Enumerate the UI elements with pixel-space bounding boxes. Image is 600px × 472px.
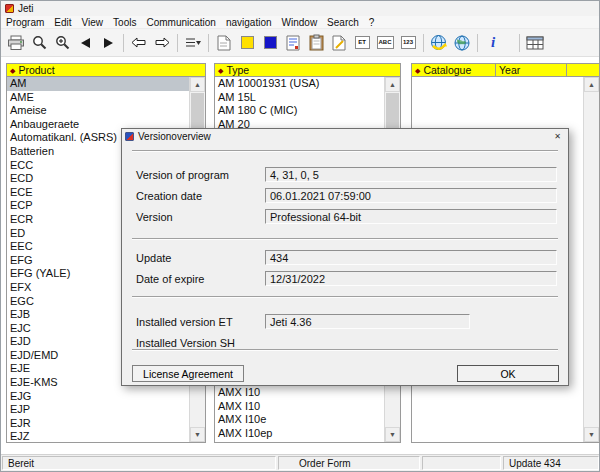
toolbar: ET ABC 123 i — [1, 29, 599, 57]
titlebar: Jeti — [1, 1, 599, 16]
parts-table-icon[interactable] — [524, 32, 546, 54]
list-item[interactable]: AMX I10 — [215, 386, 384, 400]
yellow-square-icon[interactable] — [236, 32, 258, 54]
menu-item-communication[interactable]: Communication — [141, 16, 220, 28]
field-row: Installed Version SH — [136, 335, 555, 350]
scroll-up-icon[interactable]: ▲ — [385, 77, 400, 92]
catalogue-header-label: Catalogue — [423, 64, 471, 76]
field-label: Installed version ET — [136, 316, 233, 328]
installed-version-sh-value — [265, 335, 557, 350]
list-item[interactable]: EJZ — [7, 430, 189, 442]
group-separator — [132, 150, 558, 152]
list-item[interactable]: Ameise — [7, 104, 189, 118]
list-dropdown-icon[interactable] — [182, 32, 204, 54]
field-row: Creation date 06.01.2021 07:59:00 — [136, 188, 555, 203]
column-header-year[interactable]: Year — [496, 64, 567, 76]
field-label: Creation date — [136, 190, 202, 202]
column-header-type[interactable]: ◆ Type — [215, 64, 400, 77]
abc-search-icon[interactable]: ABC — [374, 32, 396, 54]
list-item[interactable]: EJG — [7, 390, 189, 404]
last-page-icon[interactable] — [151, 32, 173, 54]
field-label: Version — [136, 211, 173, 223]
info-icon[interactable]: i — [482, 32, 504, 54]
version-overview-dialog: Versionoverview ✕ Version of program 4, … — [121, 128, 569, 386]
scroll-up-icon[interactable]: ▲ — [190, 77, 205, 92]
menu-item-window[interactable]: Window — [277, 16, 323, 28]
clipboard-icon[interactable] — [305, 32, 327, 54]
sort-diamond-icon: ◆ — [415, 67, 420, 74]
toolbar-separator — [177, 34, 178, 52]
scroll-down-icon[interactable]: ▼ — [584, 427, 599, 442]
sort-diamond-icon: ◆ — [10, 67, 15, 74]
catalogue-header-row: ◆ Catalogue Year — [412, 64, 599, 77]
zoom-in-icon[interactable] — [51, 32, 73, 54]
menu-item-tools[interactable]: Tools — [108, 16, 141, 28]
list-item[interactable]: AMX I10e — [215, 413, 384, 427]
menubar: Program Edit View Tools Communication na… — [1, 16, 599, 29]
list-item[interactable]: EJR — [7, 417, 189, 431]
column-header-product[interactable]: ◆ Product — [7, 64, 205, 77]
dialog-body: Version of program 4, 31, 0, 5 Creation … — [122, 143, 568, 385]
scroll-down-icon[interactable]: ▼ — [385, 427, 400, 442]
document-icon[interactable] — [213, 32, 235, 54]
menu-item-navigation[interactable]: navigation — [221, 16, 277, 28]
column-header-empty — [567, 64, 599, 76]
menu-item-help[interactable]: ? — [364, 16, 380, 28]
version-value: Professional 64-bit — [265, 209, 557, 224]
group-separator — [132, 238, 558, 240]
field-row: Version Professional 64-bit — [136, 209, 555, 224]
et-parts-icon[interactable]: ET — [351, 32, 373, 54]
field-row: Version of program 4, 31, 0, 5 — [136, 167, 555, 182]
group-separator — [132, 349, 558, 351]
globe-icon[interactable] — [451, 32, 473, 54]
list-item[interactable]: AMX I10 — [215, 400, 384, 414]
list-item[interactable]: AME — [7, 91, 189, 105]
menu-item-edit[interactable]: Edit — [49, 16, 76, 28]
sort-diamond-icon: ◆ — [218, 67, 223, 74]
list-item[interactable]: AMX I10ep — [215, 427, 384, 441]
list-item[interactable]: EJP — [7, 403, 189, 417]
column-header-catalogue[interactable]: ◆ Catalogue — [412, 64, 496, 76]
field-label: Installed Version SH — [136, 337, 235, 349]
toolbar-separator — [208, 34, 209, 52]
list-item[interactable]: AM — [7, 77, 189, 91]
version-of-program-value: 4, 31, 0, 5 — [265, 167, 557, 182]
order-form-icon[interactable] — [282, 32, 304, 54]
creation-date-value: 06.01.2021 07:59:00 — [265, 188, 557, 203]
scroll-down-icon[interactable]: ▼ — [190, 427, 205, 442]
numeric-search-icon[interactable]: 123 — [397, 32, 419, 54]
menu-item-program[interactable]: Program — [1, 16, 49, 28]
catalogue-scrollbar[interactable]: ▲ ▼ — [583, 77, 599, 442]
dialog-icon — [125, 132, 134, 141]
page-edit-icon[interactable] — [328, 32, 350, 54]
status-update: Update 434 — [503, 456, 599, 470]
first-page-icon[interactable] — [128, 32, 150, 54]
type-list-lower: AMX I10 AMX I10 AMX I10e AMX I10ep AMX I… — [215, 386, 384, 442]
field-row: Installed version ET Jeti 4.36 — [136, 314, 555, 329]
app-icon — [5, 4, 14, 13]
zoom-icon[interactable] — [28, 32, 50, 54]
dialog-title: Versionoverview — [138, 131, 211, 142]
list-item[interactable]: AM 15L — [215, 91, 384, 105]
field-label: Version of program — [136, 169, 229, 181]
installed-version-et-value: Jeti 4.36 — [265, 314, 470, 329]
list-item[interactable]: AM 180 C (MIC) — [215, 104, 384, 118]
dialog-titlebar: Versionoverview ✕ — [122, 129, 568, 143]
print-icon[interactable] — [5, 32, 27, 54]
status-ready: Bereit — [2, 456, 276, 470]
forward-icon[interactable] — [97, 32, 119, 54]
close-icon[interactable]: ✕ — [550, 130, 565, 142]
back-icon[interactable] — [74, 32, 96, 54]
list-item[interactable]: AMX I10ep — [215, 440, 384, 442]
toolbar-separator — [423, 34, 424, 52]
globe-update-icon[interactable] — [428, 32, 450, 54]
statusbar: Bereit Order Form Update 434 — [1, 454, 599, 471]
ok-button[interactable]: OK — [457, 365, 559, 382]
menu-item-view[interactable]: View — [77, 16, 109, 28]
menu-item-search[interactable]: Search — [322, 16, 364, 28]
list-item[interactable]: AM 10001931 (USA) — [215, 77, 384, 91]
scroll-up-icon[interactable]: ▲ — [584, 77, 599, 92]
blue-square-icon[interactable] — [259, 32, 281, 54]
license-agreement-button[interactable]: License Agreement — [132, 365, 244, 382]
year-header-label: Year — [499, 64, 520, 76]
